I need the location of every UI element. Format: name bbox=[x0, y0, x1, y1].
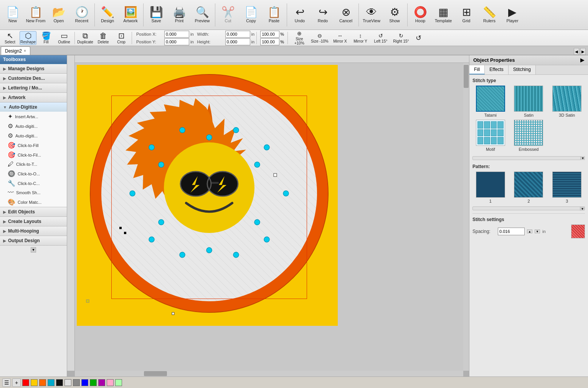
auto-digitize-header[interactable]: ▼ Auto-Digitize bbox=[0, 102, 67, 112]
color-swatch-purple[interactable] bbox=[98, 379, 105, 386]
canvas-area[interactable] bbox=[67, 55, 469, 376]
pattern-scroll-down[interactable]: ▼ bbox=[580, 207, 585, 211]
size-plus-button[interactable]: ⊕ Size +10% bbox=[290, 31, 309, 45]
copy-button[interactable]: 📄 Copy bbox=[240, 2, 262, 28]
color-swatch-yellow[interactable] bbox=[31, 379, 38, 386]
show-button[interactable]: ⚙ Show bbox=[383, 2, 406, 28]
color-swatch-pink[interactable] bbox=[107, 379, 114, 386]
tab-close-button[interactable]: × bbox=[24, 49, 26, 53]
create-layouts-header[interactable]: ▶ Create Layouts bbox=[0, 217, 67, 226]
nav-left-arrow[interactable]: ◀ bbox=[574, 48, 579, 55]
scale-y-input[interactable] bbox=[260, 38, 279, 45]
select-button[interactable]: ↖ Select bbox=[2, 31, 18, 45]
motif-stitch-item[interactable]: Motif bbox=[472, 120, 509, 152]
color-swatch-teal[interactable] bbox=[48, 379, 55, 386]
customize-des-header[interactable]: ▶ Customize Des... bbox=[0, 74, 67, 83]
color-swatch-black[interactable] bbox=[56, 379, 63, 386]
lettering-mo-header[interactable]: ▶ Lettering / Mo... bbox=[0, 83, 67, 92]
fill-tab[interactable]: Fill bbox=[469, 65, 485, 74]
fill-button[interactable]: 🪣 Fill bbox=[38, 31, 55, 45]
color-swatch-orange[interactable] bbox=[39, 379, 46, 386]
size-minus-button[interactable]: ⊖ Size -10% bbox=[310, 31, 329, 45]
tatami-stitch-item[interactable]: Tatami bbox=[472, 86, 509, 117]
grid-button[interactable]: ⊞ Grid bbox=[455, 2, 477, 28]
print-button[interactable]: 🖨️ Print bbox=[168, 2, 190, 28]
paste-button[interactable]: 📋 Paste bbox=[263, 2, 285, 28]
smooth-sh-item[interactable]: 〰 Smooth Sh... bbox=[0, 188, 67, 197]
artwork-header[interactable]: ▶ Artwork bbox=[0, 93, 67, 102]
effects-tab[interactable]: Effects bbox=[485, 65, 508, 74]
open-button[interactable]: 📂 Open bbox=[48, 2, 70, 28]
expand-arrow[interactable]: ▶ bbox=[580, 57, 584, 63]
pattern1-item[interactable]: 1 bbox=[472, 172, 509, 203]
multi-hooping-header[interactable]: ▶ Multi-Hooping bbox=[0, 226, 67, 236]
refresh-button[interactable]: ↺ bbox=[412, 31, 425, 45]
canvas-content[interactable] bbox=[75, 63, 469, 371]
statusbar-menu-button[interactable]: ☰ bbox=[2, 378, 11, 387]
player-button[interactable]: ▶ Player bbox=[501, 2, 524, 28]
nav-right-arrow[interactable]: ▶ bbox=[580, 48, 586, 55]
stitch-scroll-down[interactable]: ▼ bbox=[580, 156, 585, 160]
design2-tab[interactable]: Design2 × bbox=[1, 46, 30, 55]
width-input[interactable] bbox=[225, 31, 250, 38]
3d-satin-stitch-item[interactable]: 3D Satin bbox=[549, 86, 585, 117]
click-to-fill-item[interactable]: 🎯 Click-to-Fill bbox=[0, 140, 67, 150]
color-swatch-red[interactable] bbox=[22, 379, 29, 386]
cut-button[interactable]: ✂️ Cut bbox=[217, 2, 239, 28]
delete-button[interactable]: 🗑 Delete bbox=[95, 31, 112, 45]
position-y-input[interactable] bbox=[164, 38, 189, 45]
artwork-button[interactable]: 🖼️ Artwork bbox=[119, 2, 142, 28]
color-swatch-gray[interactable] bbox=[73, 379, 80, 386]
design-button[interactable]: ✏️ Design bbox=[96, 2, 119, 28]
left-panel-scroll-down[interactable]: ▼ bbox=[31, 247, 36, 253]
left15-button[interactable]: ↺ Left 15° bbox=[371, 31, 390, 45]
spacing-up-button[interactable]: ▲ bbox=[527, 229, 532, 233]
recent-button[interactable]: 🕐 Recent bbox=[71, 2, 93, 28]
undo-button[interactable]: ↩ Undo bbox=[289, 2, 311, 28]
save-button[interactable]: 💾 Save bbox=[145, 2, 167, 28]
edit-objects-header[interactable]: ▶ Edit Objects bbox=[0, 207, 67, 216]
spacing-down-button[interactable]: ▼ bbox=[535, 229, 540, 233]
color-matc-item[interactable]: 🎨 Color Matc... bbox=[0, 197, 67, 207]
scale-x-input[interactable] bbox=[260, 31, 279, 38]
horizontal-scroll-thumb[interactable] bbox=[144, 371, 167, 376]
vertical-scroll-thumb[interactable] bbox=[464, 65, 469, 88]
outline-button[interactable]: ▭ Outline bbox=[56, 31, 73, 45]
color-swatch-blue[interactable] bbox=[81, 379, 88, 386]
redo-button[interactable]: ↪ Redo bbox=[312, 2, 334, 28]
trueview-button[interactable]: 👁 TrueView bbox=[360, 2, 383, 28]
new-button[interactable]: 📄 New bbox=[2, 2, 24, 28]
position-x-input[interactable] bbox=[164, 31, 189, 38]
horizontal-scrollbar[interactable] bbox=[75, 371, 463, 376]
spacing-input[interactable] bbox=[498, 228, 525, 235]
rulers-button[interactable]: 📏 Rulers bbox=[478, 2, 500, 28]
new-from-button[interactable]: 📋 New From bbox=[25, 2, 47, 28]
click-to-fil2-item[interactable]: 🎯 Click-to-Fil... bbox=[0, 150, 67, 160]
click-to-c-item[interactable]: 🔧 Click-to-C... bbox=[0, 178, 67, 188]
duplicate-button[interactable]: ⧉ Duplicate bbox=[77, 31, 94, 45]
preview-button[interactable]: 🔍 Preview bbox=[191, 2, 213, 28]
auto-digiti2-item[interactable]: ⚙ Auto-digiti... bbox=[0, 131, 67, 140]
satin-stitch-item[interactable]: Satin bbox=[511, 86, 547, 117]
mirror-x-button[interactable]: ↔ Mirror X bbox=[330, 31, 350, 45]
insert-artw-item[interactable]: ✦ Insert Artw... bbox=[0, 112, 67, 121]
auto-digiti1-item[interactable]: ⚙ Auto-digiti... bbox=[0, 121, 67, 131]
pattern3-item[interactable]: 3 bbox=[549, 172, 585, 203]
crop-button[interactable]: ⊡ Crop bbox=[113, 31, 130, 45]
color-swatch-green[interactable] bbox=[90, 379, 97, 386]
stitching-tab[interactable]: Stitching bbox=[509, 65, 536, 74]
height-input[interactable] bbox=[225, 38, 250, 45]
statusbar-add-button[interactable]: + bbox=[12, 378, 21, 387]
design-canvas[interactable] bbox=[77, 65, 338, 326]
vertical-scrollbar[interactable] bbox=[463, 63, 469, 371]
hoop-button[interactable]: ⭕ Hoop bbox=[409, 2, 431, 28]
output-design-header[interactable]: ▶ Output Design bbox=[0, 236, 67, 245]
reshape-button[interactable]: ⬡ Reshape bbox=[20, 31, 36, 45]
click-to-o-item[interactable]: 🔘 Click-to-O... bbox=[0, 169, 67, 178]
right15-button[interactable]: ↻ Right 15° bbox=[391, 31, 411, 45]
embossed-stitch-item[interactable]: Embossed bbox=[511, 120, 547, 152]
pattern2-item[interactable]: 2 bbox=[511, 172, 547, 203]
template-button[interactable]: ▦ Template bbox=[432, 2, 454, 28]
color-swatch-lightgreen[interactable] bbox=[115, 379, 122, 386]
manage-designs-header[interactable]: ▶ Manage Designs bbox=[0, 64, 67, 73]
